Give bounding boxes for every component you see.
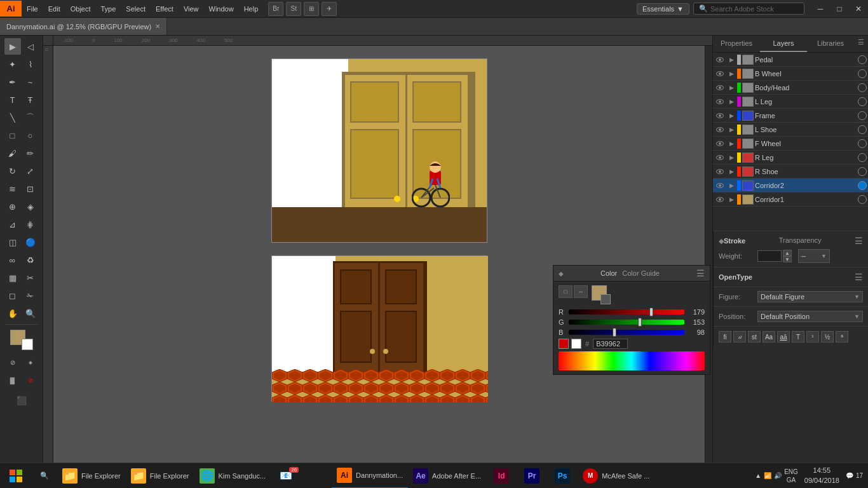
curvature-tool[interactable]: ~ [22, 74, 39, 90]
slice-tool[interactable]: ✂ [22, 269, 39, 286]
opentype-menu-icon[interactable]: ☰ [855, 272, 863, 282]
cp-stroke-swatch[interactable] [600, 294, 611, 304]
layer-circle-0[interactable] [858, 55, 867, 64]
hex-swatch-red[interactable] [559, 339, 569, 349]
b-slider-track[interactable] [569, 330, 684, 335]
stock-icon[interactable]: St [286, 2, 301, 16]
layer-circle-4[interactable] [858, 111, 867, 120]
layer-item-r-shoe[interactable]: ▶ R Shoe [713, 165, 868, 179]
taskbar-premiere[interactable]: Pr [517, 463, 547, 489]
taskbar-file-explorer-2[interactable]: 📁 File Explorer [126, 463, 194, 489]
panel-menu-icon[interactable]: ☰ [854, 36, 868, 52]
gradient-tool[interactable]: ◫ [4, 234, 21, 250]
tray-volume[interactable]: 🔊 [774, 471, 782, 480]
menu-select[interactable]: Select [121, 0, 151, 17]
close-button[interactable]: ✕ [849, 0, 868, 18]
layer-visibility-0[interactable] [714, 54, 726, 65]
layer-item-corridor1[interactable]: ▶ Corridor1 [713, 193, 868, 207]
touch-type-tool[interactable]: Ŧ [22, 92, 39, 108]
mesh-tool[interactable]: ⋕ [22, 216, 39, 233]
layer-visibility-1[interactable] [714, 68, 726, 79]
lasso-tool[interactable]: ⌇ [22, 56, 39, 72]
layer-circle-8[interactable] [858, 167, 867, 176]
r-slider-thumb[interactable] [649, 308, 653, 316]
weight-input[interactable] [757, 250, 782, 262]
menu-object[interactable]: Object [65, 0, 96, 17]
menu-edit[interactable]: Edit [43, 0, 65, 17]
maximize-button[interactable]: □ [830, 0, 849, 18]
tab-layers[interactable]: Layers [760, 36, 807, 52]
layer-visibility-8[interactable] [714, 166, 726, 177]
color-mode-cmyk[interactable]: ↔ [574, 285, 588, 298]
layer-item-r-leg[interactable]: ▶ R Leg [713, 151, 868, 165]
taskbar-browser[interactable]: 🌐 Kim Sangduc... [194, 463, 271, 489]
layer-item-l-leg[interactable]: ▶ L Leg [713, 95, 868, 109]
scissors-tool[interactable]: ✁ [22, 287, 39, 304]
taskbar-blank-5[interactable] [301, 463, 332, 489]
vertical-scrollbar[interactable] [705, 46, 712, 463]
taskbar-photoshop[interactable]: Ps [547, 463, 578, 489]
scale-tool[interactable]: ⤢ [22, 163, 39, 179]
layer-item-b-wheel[interactable]: ▶ B Wheel [713, 67, 868, 81]
color-guide-tab[interactable]: Color Guide [622, 269, 660, 277]
rect-tool[interactable]: □ [4, 127, 21, 144]
taskbar-notification[interactable]: 💬 [846, 471, 853, 480]
layer-arrow-7[interactable]: ▶ [727, 153, 736, 162]
font-aa2-button[interactable]: aā [777, 331, 790, 342]
layer-visibility-2[interactable] [714, 82, 726, 93]
font-cap-button[interactable]: T [792, 331, 804, 342]
none-fill-swatch[interactable]: ⊘ [22, 372, 39, 388]
hex-input[interactable] [593, 339, 628, 349]
layer-arrow-0[interactable]: ▶ [727, 55, 736, 64]
font-ord-button[interactable]: ª [836, 331, 848, 342]
stroke-swatch[interactable] [22, 339, 33, 350]
free-transform-tool[interactable]: ⊡ [22, 180, 39, 197]
position-select[interactable]: Default Position ▼ [757, 311, 863, 322]
warp-tool[interactable]: ≋ [4, 180, 21, 197]
symbol-tool[interactable]: ♻ [22, 252, 39, 268]
opentype-header[interactable]: OpenType ☰ [719, 270, 863, 284]
taskbar-mail[interactable]: 📧 26 [271, 463, 301, 489]
color-tab[interactable]: Color [600, 269, 617, 277]
menu-file[interactable]: File [22, 0, 43, 17]
font-fi-button[interactable]: fi [719, 331, 731, 342]
rotate-tool[interactable]: ↻ [4, 163, 21, 179]
layer-circle-1[interactable] [858, 69, 867, 78]
taskbar-illustrator[interactable]: Ai Dannymation... [332, 463, 408, 489]
b-slider-thumb[interactable] [613, 328, 616, 337]
search-box[interactable]: 🔍 Search Adobe Stock [693, 3, 804, 15]
pen-tool[interactable]: ✒ [4, 74, 21, 90]
color-spectrum[interactable] [559, 351, 705, 370]
tab-close-button[interactable]: ✕ [155, 23, 160, 30]
layer-visibility-7[interactable] [714, 152, 726, 163]
taskbar-indesign[interactable]: Id [486, 463, 517, 489]
layer-arrow-9[interactable]: ▶ [727, 181, 736, 190]
perspective-tool[interactable]: ⊿ [4, 216, 21, 233]
text-tool[interactable]: T [4, 92, 21, 108]
layer-circle-10[interactable] [858, 195, 867, 204]
layer-visibility-6[interactable] [714, 138, 726, 149]
eyedropper-tool[interactable]: 🔵 [22, 234, 39, 250]
stroke-header[interactable]: ◆ Stroke Transparency ☰ [719, 234, 863, 248]
cap-dropdown[interactable]: ─ ▼ [798, 249, 830, 263]
layer-arrow-5[interactable]: ▶ [727, 125, 736, 134]
layer-item-l-shoe[interactable]: ▶ L Shoe [713, 123, 868, 137]
stroke-menu-icon[interactable]: ☰ [855, 236, 863, 246]
canvas-area[interactable] [53, 46, 705, 463]
taskbar-clock[interactable]: 14:55 09/04/2018 [801, 466, 843, 485]
select-tool[interactable]: ▶ [4, 38, 21, 55]
transparency-tab[interactable]: Transparency [745, 236, 855, 245]
weight-down[interactable]: ▼ [783, 256, 792, 262]
tray-locale[interactable]: ENG GA [784, 468, 798, 484]
share-icon[interactable]: ✈ [322, 2, 337, 16]
taskbar-file-explorer-1[interactable]: 📁 File Explorer [57, 463, 126, 489]
hand-tool[interactable]: ✋ [4, 305, 21, 322]
layer-visibility-5[interactable] [714, 124, 726, 135]
font-super-button[interactable]: ¹ [806, 331, 819, 342]
r-slider-track[interactable] [569, 309, 684, 315]
menu-help[interactable]: Help [239, 0, 264, 17]
tab-properties[interactable]: Properties [713, 36, 760, 52]
layer-arrow-1[interactable]: ▶ [727, 69, 736, 78]
layer-item-body-head[interactable]: ▶ Body/Head [713, 81, 868, 95]
layer-circle-2[interactable] [858, 83, 867, 92]
